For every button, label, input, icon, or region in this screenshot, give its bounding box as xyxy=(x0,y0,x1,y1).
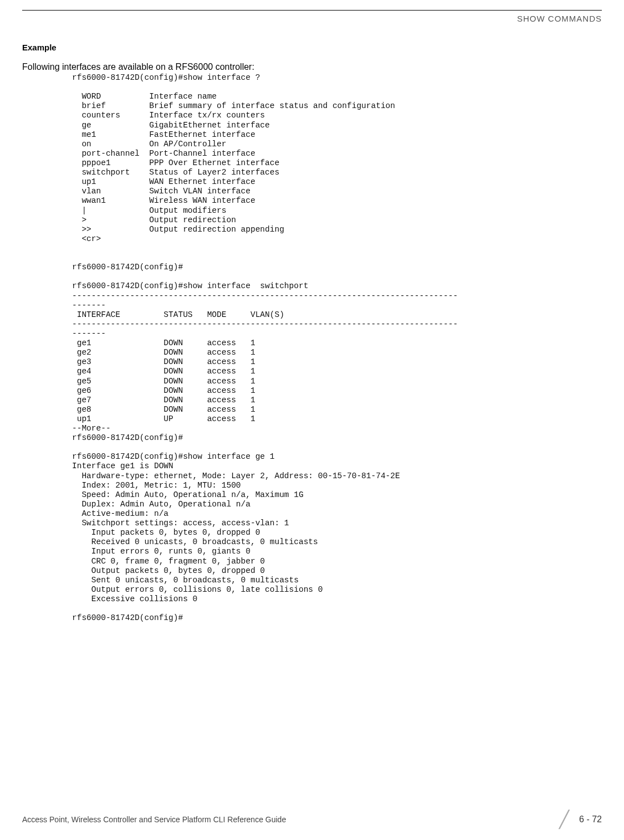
page-slash-icon: ╱ xyxy=(559,810,569,829)
footer-page-area: ╱ 6 - 72 xyxy=(559,810,602,829)
page-number: 6 - 72 xyxy=(579,815,602,824)
cli-output: rfs6000-81742D(config)#show interface ? … xyxy=(72,73,602,623)
header-divider xyxy=(22,10,602,11)
footer-doc-title: Access Point, Wireless Controller and Se… xyxy=(22,815,286,824)
page-content: Example Following interfaces are availab… xyxy=(0,23,624,623)
header-section-title: SHOW COMMANDS xyxy=(0,14,602,23)
example-heading: Example xyxy=(22,43,602,52)
page-footer: Access Point, Wireless Controller and Se… xyxy=(0,810,624,829)
intro-text: Following interfaces are available on a … xyxy=(22,62,602,72)
